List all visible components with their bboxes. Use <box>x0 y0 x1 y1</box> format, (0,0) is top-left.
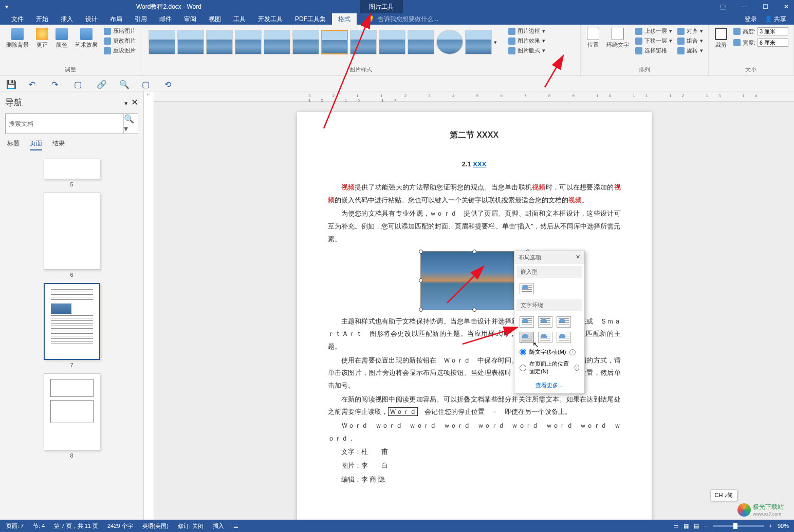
layout-opt-behind[interactable] <box>538 332 552 343</box>
reset-picture-button[interactable]: 重设图片 <box>103 46 137 55</box>
tab-references[interactable]: 引用 <box>128 13 153 25</box>
style-gallery[interactable]: ▾ <box>145 27 500 58</box>
gallery-more-icon[interactable]: ▾ <box>494 39 497 46</box>
thumbnail-page-8[interactable] <box>44 373 100 450</box>
view-web-icon[interactable]: ▤ <box>694 523 699 529</box>
zoom-level[interactable]: 90% <box>778 523 789 529</box>
status-language[interactable]: 英语(美国) <box>142 522 169 530</box>
compress-picture-button[interactable]: 压缩图片 <box>103 27 137 35</box>
page[interactable]: 第二节 XXXX 2.1 XXX 视频提供了功能强大的方法帮助您证明您的观点。当… <box>297 112 652 520</box>
status-section[interactable]: 节: 4 <box>33 522 45 530</box>
status-page[interactable]: 页面: 7 <box>6 522 24 530</box>
search-input[interactable] <box>6 114 123 134</box>
zoom-in-icon[interactable]: + <box>769 523 772 529</box>
send-backward-button[interactable]: 下移一层 ▾ <box>634 36 673 45</box>
horizontal-ruler[interactable] <box>154 91 794 102</box>
redo-icon[interactable]: ↷ <box>51 80 60 88</box>
qat-icon[interactable]: ⟲ <box>164 80 173 88</box>
style-thumb[interactable] <box>379 30 405 54</box>
share-button[interactable]: 👤 共享 <box>765 15 786 24</box>
page-thumbnails[interactable]: 5 6 7 8 <box>5 156 138 515</box>
remove-background-button[interactable]: 删除背景 <box>4 27 31 50</box>
qat-icon[interactable]: ▢ <box>142 80 150 88</box>
style-thumb[interactable] <box>436 30 463 54</box>
rotate-button[interactable]: 旋转 ▾ <box>676 46 704 55</box>
style-thumb[interactable] <box>264 30 290 54</box>
height-field[interactable]: 高度: <box>732 27 789 36</box>
width-field[interactable]: 宽度: <box>732 38 789 47</box>
thumbnail-page-6[interactable] <box>44 193 100 270</box>
style-thumb[interactable] <box>292 30 319 54</box>
nav-search[interactable]: 🔍 ▾ <box>5 113 138 134</box>
style-thumb[interactable] <box>350 30 377 54</box>
layout-opt-front[interactable] <box>557 332 571 343</box>
ime-indicator[interactable]: CH ♪简 <box>710 489 737 501</box>
layout-opt-through[interactable] <box>557 316 571 328</box>
layout-opt-tight[interactable] <box>538 316 552 328</box>
picture-layout-button[interactable]: 图片版式 ▾ <box>507 46 546 55</box>
move-with-text-radio[interactable]: 随文字移动(M) i <box>514 346 584 358</box>
nav-tab-pages[interactable]: 页面 <box>30 139 42 150</box>
change-picture-button[interactable]: 更改图片 <box>103 36 137 45</box>
ribbon-display-icon[interactable]: ⬚ <box>720 3 726 10</box>
tell-me-search[interactable]: 💡 告诉我您想要做什么... <box>367 15 438 24</box>
login-button[interactable]: 登录 <box>745 15 757 24</box>
close-icon[interactable]: ✕ <box>784 3 789 10</box>
popup-close-icon[interactable]: ✕ <box>576 254 580 261</box>
qat-icon[interactable]: ▢ <box>74 80 82 88</box>
status-extra-icon[interactable]: ☰ <box>233 523 238 529</box>
maximize-icon[interactable]: ☐ <box>763 3 768 10</box>
status-track-changes[interactable]: 修订: 关闭 <box>178 522 204 530</box>
search-button[interactable]: 🔍 ▾ <box>123 114 138 134</box>
thumbnail-page-5[interactable] <box>44 159 100 179</box>
style-thumb[interactable] <box>321 30 348 54</box>
width-input[interactable] <box>758 39 788 47</box>
see-more-link[interactable]: 查看更多... <box>514 377 584 393</box>
tab-mailings[interactable]: 邮件 <box>153 13 178 25</box>
group-button[interactable]: 组合 ▾ <box>676 36 704 45</box>
tab-view[interactable]: 视图 <box>202 13 227 25</box>
tab-developer[interactable]: 开发工具 <box>252 13 289 25</box>
tab-design[interactable]: 设计 <box>79 13 104 25</box>
position-button[interactable]: 位置 <box>585 27 601 50</box>
layout-opt-square[interactable] <box>520 316 534 328</box>
tab-layout[interactable]: 布局 <box>104 13 128 25</box>
nav-tab-results[interactable]: 结果 <box>52 139 65 150</box>
tab-pdf[interactable]: PDF工具集 <box>289 13 332 25</box>
thumbnail-page-7[interactable] <box>44 283 100 360</box>
qat-icon[interactable]: 🔍 <box>119 80 127 88</box>
status-insert-mode[interactable]: 插入 <box>213 522 224 530</box>
tab-tools[interactable]: 工具 <box>227 13 252 25</box>
picture-border-button[interactable]: 图片边框 ▾ <box>507 27 546 35</box>
layout-opt-topbottom[interactable] <box>520 332 534 343</box>
artistic-effects-button[interactable]: 艺术效果 <box>73 27 100 50</box>
info-icon[interactable]: i <box>569 349 576 355</box>
subsection-link[interactable]: XXX <box>473 160 486 168</box>
minimize-icon[interactable]: — <box>741 3 747 10</box>
nav-close-icon[interactable]: ✕ <box>131 98 138 107</box>
view-print-icon[interactable]: ▦ <box>684 523 689 529</box>
style-thumb[interactable] <box>206 30 233 54</box>
tab-insert[interactable]: 插入 <box>54 13 79 25</box>
tab-format[interactable]: 格式 <box>332 13 357 25</box>
save-icon[interactable]: 💾 <box>6 80 14 88</box>
crop-button[interactable]: 裁剪 <box>713 27 729 50</box>
tab-home[interactable]: 开始 <box>30 13 54 25</box>
zoom-out-icon[interactable]: − <box>704 523 707 529</box>
picture-effects-button[interactable]: 图片效果 ▾ <box>507 36 546 45</box>
qat-icon[interactable]: 🔗 <box>97 80 105 88</box>
tab-review[interactable]: 审阅 <box>178 13 202 25</box>
view-read-icon[interactable]: ▭ <box>673 523 678 529</box>
app-menu-icon[interactable]: ▾ <box>5 3 8 10</box>
style-thumb[interactable] <box>235 30 262 54</box>
nav-dropdown-icon[interactable]: ▼ <box>123 101 128 106</box>
selected-image[interactable] <box>420 251 528 310</box>
fix-position-radio[interactable]: 在页面上的位置固定(N) i <box>514 358 584 377</box>
tab-file[interactable]: 文件 <box>5 13 30 25</box>
align-button[interactable]: 对齐 ▾ <box>676 27 704 35</box>
document-area[interactable]: 第二节 XXXX 2.1 XXX 视频提供了功能强大的方法帮助您证明您的观点。当… <box>154 91 794 520</box>
color-button[interactable]: 颜色 <box>53 27 70 50</box>
bring-forward-button[interactable]: 上移一层 ▾ <box>634 27 673 35</box>
undo-icon[interactable]: ↶ <box>29 80 37 88</box>
info-icon[interactable]: i <box>575 365 579 371</box>
